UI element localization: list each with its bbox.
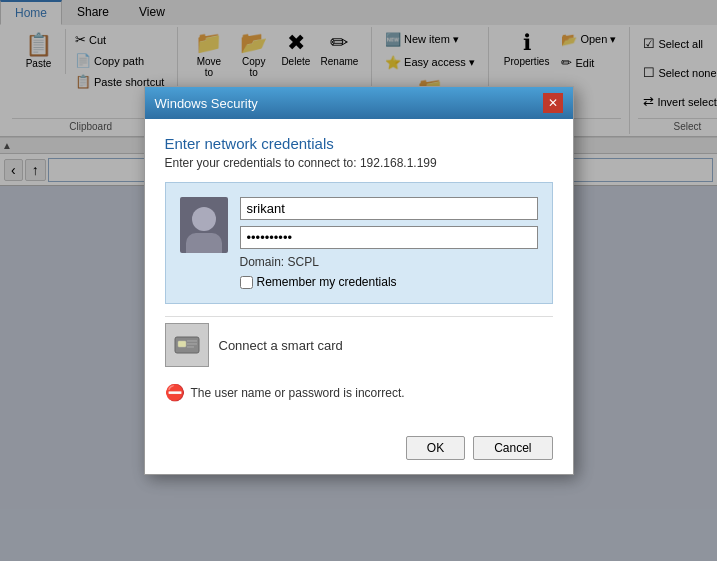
dialog-title: Windows Security <box>155 96 258 111</box>
avatar-body <box>186 233 222 253</box>
dialog-close-button[interactable]: ✕ <box>543 93 563 113</box>
dialog-titlebar: Windows Security ✕ <box>145 87 573 119</box>
remember-row: Remember my credentials <box>240 275 538 289</box>
username-input[interactable] <box>240 197 538 220</box>
credentials-fields: Domain: SCPL Remember my credentials <box>240 197 538 289</box>
error-icon: ⛔ <box>165 383 185 402</box>
error-row: ⛔ The user name or password is incorrect… <box>165 383 553 402</box>
error-message: The user name or password is incorrect. <box>191 386 405 400</box>
dialog-heading: Enter network credentials <box>165 135 553 152</box>
dialog-body: Enter network credentials Enter your cre… <box>145 119 573 430</box>
svg-rect-1 <box>178 341 186 347</box>
dialog-overlay: Windows Security ✕ Enter network credent… <box>0 0 717 561</box>
remember-checkbox[interactable] <box>240 276 253 289</box>
credentials-area: Domain: SCPL Remember my credentials <box>165 182 553 304</box>
avatar-head <box>192 207 216 231</box>
dialog-subtext: Enter your credentials to connect to: 19… <box>165 156 553 170</box>
ok-button[interactable]: OK <box>406 436 465 460</box>
smartcard-label: Connect a smart card <box>219 338 343 353</box>
smartcard-area[interactable]: Connect a smart card <box>165 316 553 373</box>
dialog-footer: OK Cancel <box>145 430 573 474</box>
windows-security-dialog: Windows Security ✕ Enter network credent… <box>144 86 574 475</box>
smartcard-icon <box>165 323 209 367</box>
domain-label: Domain: SCPL <box>240 255 538 269</box>
remember-label: Remember my credentials <box>257 275 397 289</box>
cancel-button[interactable]: Cancel <box>473 436 552 460</box>
password-input[interactable] <box>240 226 538 249</box>
avatar <box>180 197 228 253</box>
